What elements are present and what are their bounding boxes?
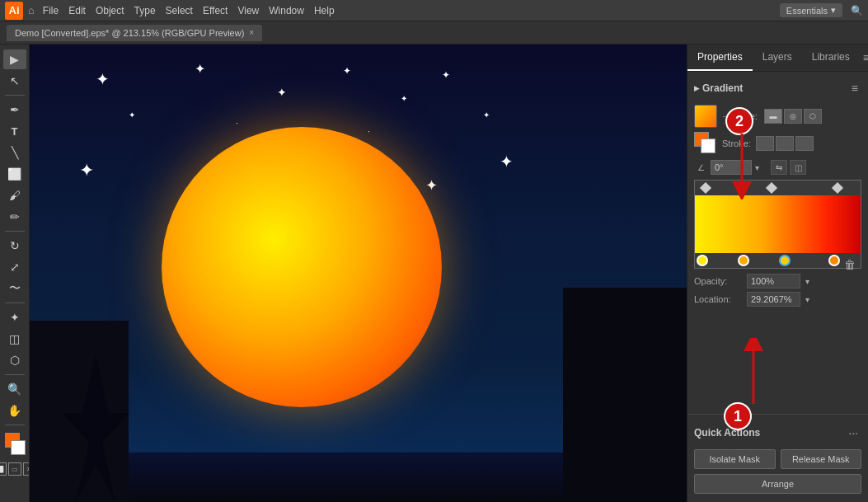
angle-input[interactable] [711,160,752,175]
gradient-editor[interactable]: 🗑 [694,180,861,269]
toolbar-divider-2 [5,231,25,232]
right-area: Essentials ▾ 🔍 [780,3,863,17]
isolate-mask-btn[interactable]: Isolate Mask [694,449,776,469]
tab-libraries[interactable]: Libraries [802,45,860,71]
panel-more-btn[interactable]: ≡ [860,48,868,68]
bottom-stop-2[interactable] [738,255,749,266]
top-stop-3[interactable] [832,182,843,194]
toolbar-divider-1 [5,95,25,96]
stroke-bg-swatch[interactable] [701,138,716,153]
star-1: ✦ [96,69,110,89]
main-layout: ▶ ↖ ✒ T ╲ ⬜ 🖌 ✏ ↻ ⤢ 〜 ✦ ◫ ⬡ 🔍 ✋ ⬜ ▭ ✕ [0,45,868,502]
canvas-content[interactable]: ✦ ✦ ✦ ✦ ✦ ✦ ✦ ✦ ✦ ✦ ✦ ✦ · · [30,45,687,502]
gradient-small-btn[interactable]: ▭ [8,462,21,476]
trees-right [563,288,687,502]
document-tab[interactable]: Demo [Converted].eps* @ 213.15% (RGB/GPU… [7,25,262,41]
blend-tool[interactable]: ⬡ [3,350,26,370]
menu-select[interactable]: Select [166,5,193,16]
gradient-type-linear-btn[interactable]: ▬ [764,109,782,124]
star-3: ✦ [277,86,287,99]
location-row: Location: ▾ [694,292,861,307]
stroke-gradient-btn[interactable]: ◫ [790,160,806,175]
menu-object[interactable]: Object [96,5,124,16]
reverse-gradient-btn[interactable]: ⇆ [771,160,787,175]
bottom-stop-4[interactable] [828,255,840,266]
pencil-tool[interactable]: ✏ [3,207,26,227]
selection-tool[interactable]: ▶ [3,49,26,69]
opacity-dropdown-arrow[interactable]: ▾ [805,277,809,286]
top-stop-2[interactable] [766,182,777,194]
star-2: ✦ [195,61,205,77]
gradient-tool[interactable]: ◫ [3,329,26,349]
stroke-type-1[interactable] [756,136,774,151]
gradient-panel: ▸ Gradient ≡ → Type: ▬ ◎ ⬡ [687,72,868,414]
toolbar-left: ▶ ↖ ✒ T ╲ ⬜ 🖌 ✏ ↻ ⤢ 〜 ✦ ◫ ⬡ 🔍 ✋ ⬜ ▭ ✕ [0,45,30,502]
gradient-top-stops [695,181,861,195]
trees-left [30,321,129,502]
type-tool[interactable]: T [3,121,26,141]
none-btn[interactable]: ✕ [23,462,30,476]
direct-selection-tool[interactable]: ↖ [3,71,26,91]
warp-tool[interactable]: 〜 [3,279,26,298]
gradient-fill-swatch[interactable] [694,105,717,128]
shape-tool[interactable]: ⬜ [3,164,26,184]
rotate-tool[interactable]: ↻ [3,236,26,256]
workspace-selector[interactable]: Essentials ▾ [780,3,842,17]
release-mask-btn[interactable]: Release Mask [781,449,862,469]
toolbar-divider-4 [5,374,25,375]
eyedropper-tool[interactable]: ✦ [3,307,26,327]
search-btn[interactable]: 🔍 [851,5,863,16]
menu-type[interactable]: Type [134,5,156,16]
stroke-color-boxes [694,132,717,155]
scale-tool[interactable]: ⤢ [3,257,26,277]
zoom-tool[interactable]: 🔍 [3,379,26,399]
hand-tool[interactable]: ✋ [3,401,26,420]
gradient-arrow-icon: → [720,110,732,123]
bottom-stop-3[interactable] [779,255,791,266]
menu-effect[interactable]: Effect [203,5,228,16]
star-11: ✦ [425,176,438,195]
star-5: ✦ [401,94,407,103]
menu-bar: Ai ⌂ File Edit Object Type Select Effect… [0,0,868,21]
stroke-type-2[interactable] [776,136,794,151]
location-input[interactable] [747,292,800,307]
arrange-btn[interactable]: Arrange [694,474,861,494]
menu-file[interactable]: File [43,5,59,16]
top-stop-1[interactable] [700,182,711,194]
opacity-input[interactable] [747,274,800,289]
angle-dropdown-arrow[interactable]: ▾ [755,163,759,172]
tab-close-btn[interactable]: × [249,28,254,37]
tab-layers[interactable]: Layers [753,45,802,71]
gradient-bar [695,195,861,253]
menu-edit[interactable]: Edit [68,5,86,16]
stroke-type-3[interactable] [795,136,814,151]
menu-items: File Edit Object Type Select Effect View… [43,5,780,16]
background-color[interactable] [11,440,26,455]
paintbrush-tool[interactable]: 🖌 [3,185,26,205]
tab-properties[interactable]: Properties [687,45,753,71]
tab-bar: Demo [Converted].eps* @ 213.15% (RGB/GPU… [0,21,868,45]
star-13: · [236,119,238,128]
gradient-type-freeform-btn[interactable]: ⬡ [804,109,822,124]
fill-btn[interactable]: ⬜ [0,462,7,476]
toolbar-divider-5 [5,425,25,425]
gradient-expand-icon[interactable]: ▸ [694,82,699,94]
pen-tool[interactable]: ✒ [3,100,26,120]
line-tool[interactable]: ╲ [3,143,26,162]
home-icon[interactable]: ⌂ [28,4,35,16]
color-selector[interactable] [3,433,26,457]
location-dropdown-arrow[interactable]: ▾ [805,295,809,304]
quick-actions-more-btn[interactable]: ··· [845,423,861,443]
star-8: ✦ [483,110,490,120]
gradient-type-radial-btn[interactable]: ◎ [784,109,802,124]
delete-stop-btn[interactable]: 🗑 [844,258,856,271]
bottom-stop-1[interactable] [697,255,708,266]
menu-view[interactable]: View [237,5,259,16]
canvas-area[interactable]: 0 100 200 300 400 500 600 ✦ ✦ ✦ ✦ ✦ ✦ ✦ … [30,45,687,502]
menu-window[interactable]: Window [269,5,304,16]
gradient-options-btn[interactable]: ≡ [848,78,861,98]
menu-help[interactable]: Help [314,5,335,16]
moon-circle[interactable] [162,127,442,407]
angle-icon: ∠ [694,161,707,174]
opacity-label: Opacity: [694,276,742,286]
